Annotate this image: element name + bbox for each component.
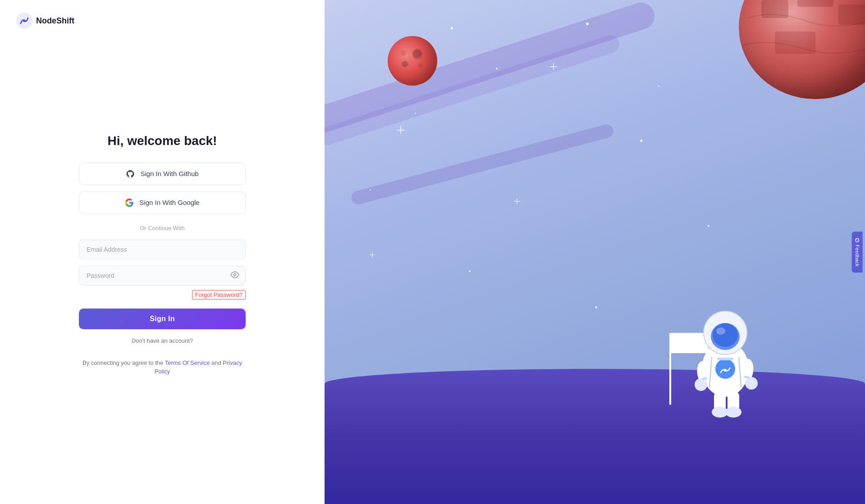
star-10 [595, 306, 597, 309]
svg-point-12 [412, 49, 421, 58]
svg-rect-18 [838, 5, 865, 25]
password-wrapper [79, 266, 246, 286]
sparkle-4 [370, 252, 375, 258]
svg-point-36 [725, 407, 741, 418]
svg-rect-37 [717, 358, 733, 360]
flag-pole [669, 333, 671, 405]
google-icon [125, 198, 134, 207]
google-signin-button[interactable]: Sign In With Google [79, 191, 246, 214]
svg-rect-17 [797, 0, 833, 7]
terms-text: By connecting you agree to the Terms Of … [79, 359, 246, 376]
svg-point-11 [389, 37, 436, 84]
star-9 [469, 270, 471, 272]
svg-point-27 [724, 369, 727, 372]
svg-point-29 [695, 378, 707, 391]
sparkle-1 [397, 126, 405, 134]
terms-middle: and [210, 359, 223, 366]
space-background: ✓ Feedback [325, 0, 865, 504]
logo-area: NodeShift [0, 0, 325, 41]
svg-point-2 [234, 273, 236, 276]
sign-in-button[interactable]: Sign In [79, 309, 246, 329]
streak-3 [350, 123, 614, 206]
astronaut [685, 288, 766, 414]
sparkle-2 [514, 198, 520, 204]
svg-point-1 [23, 19, 26, 22]
google-btn-label: Sign In With Google [139, 199, 199, 206]
github-signin-button[interactable]: Sign In With Github [79, 163, 246, 185]
no-account-text: Don't have an account? [132, 337, 193, 344]
star-6 [708, 225, 709, 227]
feedback-label: Feedback [854, 245, 860, 266]
app-name: NodeShift [36, 16, 74, 26]
svg-text:✓: ✓ [855, 239, 858, 241]
small-planet [388, 36, 437, 86]
toggle-password-icon[interactable] [230, 270, 239, 281]
star-1 [451, 27, 453, 29]
github-btn-label: Sign In With Github [140, 170, 198, 177]
svg-point-23 [713, 323, 738, 347]
left-panel: NodeShift Hi, welcome back! Sign In With… [0, 0, 325, 504]
terms-of-service-link[interactable]: Terms Of Service [165, 359, 210, 366]
right-panel: ✓ Feedback [325, 0, 865, 504]
planet-ground [325, 369, 865, 504]
nodeshift-logo-icon [16, 13, 32, 29]
form-container: Hi, welcome back! Sign In With Github Si… [0, 41, 325, 504]
svg-point-13 [403, 61, 409, 67]
star-4 [640, 140, 642, 142]
github-icon [126, 169, 135, 178]
svg-rect-19 [775, 32, 815, 54]
forgot-password-row: Forgot Password? [79, 290, 246, 300]
svg-point-32 [747, 380, 756, 389]
star-8 [658, 86, 659, 87]
welcome-title: Hi, welcome back! [108, 134, 217, 148]
feedback-tab[interactable]: ✓ Feedback [851, 232, 862, 272]
svg-point-14 [418, 63, 422, 68]
svg-point-24 [716, 327, 725, 335]
large-planet [739, 0, 865, 99]
terms-prefix: By connecting you agree to the [82, 359, 165, 366]
email-input[interactable] [79, 240, 246, 259]
svg-point-15 [401, 50, 406, 56]
svg-rect-16 [761, 0, 788, 18]
password-input[interactable] [79, 266, 246, 286]
feedback-icon: ✓ [855, 238, 859, 242]
forgot-password-link[interactable]: Forgot Password? [192, 290, 246, 300]
divider-text: Or Continue With [140, 225, 185, 232]
